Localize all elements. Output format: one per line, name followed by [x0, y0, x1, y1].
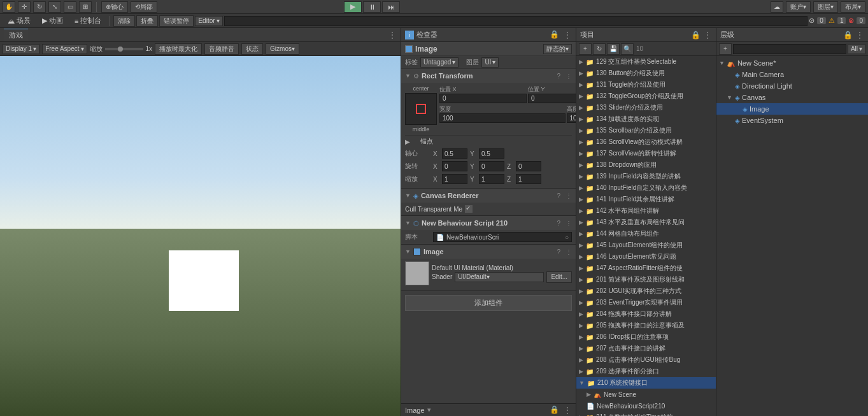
move-tool-btn[interactable]: ✛ [18, 1, 31, 13]
pivot-x-input[interactable] [442, 148, 467, 159]
project-list-item[interactable]: ▶📁141 InputField其余属性讲解 [576, 194, 716, 205]
pivot-btn[interactable]: ⊕ 轴心 [101, 1, 128, 13]
pause-button[interactable]: ⏸ [363, 1, 381, 13]
game-panel-menu[interactable]: ⋮ [388, 30, 397, 40]
hierarchy-add-btn[interactable]: + [719, 43, 732, 55]
image-more-icon[interactable]: ⋮ [566, 248, 572, 255]
edit-shader-btn[interactable]: Edit... [546, 271, 572, 283]
script-field[interactable]: 📄 NewBehaviourScri ○ [433, 232, 572, 242]
tag-dropdown[interactable]: Untagged ▾ [420, 57, 459, 68]
project-save-btn[interactable]: 💾 [607, 43, 620, 55]
anim-tab[interactable]: ▶ 动画 [37, 15, 68, 27]
project-list-item[interactable]: ▶📁131 Toggle的介绍及使用 [576, 79, 716, 90]
hierarchy-list-item[interactable]: ▼◈Canvas [716, 92, 868, 103]
project-list-item[interactable]: ▶📁207 点击事件接口的讲解 [576, 343, 716, 354]
project-list-item[interactable]: ▶📁146 LayoutElement常见问题 [576, 251, 716, 262]
project-list-item[interactable]: ▶📁130 Button的介绍及使用 [576, 68, 716, 79]
cloud-btn[interactable]: ☁ [771, 1, 783, 13]
hierarchy-search[interactable] [733, 44, 846, 54]
bottom-lock-icon[interactable]: 🔒 [550, 405, 559, 415]
project-list-item[interactable]: ▶📁137 ScrollView的新特性讲解 [576, 148, 716, 159]
layer-dropdown[interactable]: UI ▾ [481, 57, 499, 68]
project-list-item[interactable]: ▶📁205 拖拽事件接口的注意事项及 [576, 320, 716, 331]
scale-y-input[interactable] [479, 174, 504, 184]
image-help-icon[interactable]: ? [557, 248, 560, 255]
project-list-item[interactable]: ▶📁140 InputField自定义输入内容类 [576, 182, 716, 194]
project-list-item[interactable]: ▶⛺New Scene [576, 389, 716, 400]
pivot-y-input[interactable] [479, 148, 504, 159]
image-enabled-checkbox[interactable] [405, 45, 413, 53]
height-input[interactable] [567, 113, 576, 123]
gizmos-btn[interactable]: Gizmos ▾ [266, 43, 299, 55]
hierarchy-list-item[interactable]: ◈EventSystem [716, 115, 868, 126]
rect-transform-header[interactable]: ▼ ⚙ Rect Transform ? ⋮ [401, 69, 576, 83]
project-list-item[interactable]: ▶📁134 加载进度条的实现 [576, 113, 716, 125]
collapse-btn[interactable]: 折叠 [136, 15, 158, 27]
project-list-item[interactable]: ▶📁201 简述事件系统及图形射线和 [576, 274, 716, 285]
project-list-item[interactable]: ▶📁139 InputField内容类型的讲解 [576, 171, 716, 182]
scale-tool-btn[interactable]: ⤡ [48, 1, 61, 13]
project-list-item[interactable]: ▶📁142 水平布局组件讲解 [576, 205, 716, 217]
project-list-item[interactable]: 📄NewBehaviourScript210 [576, 400, 716, 412]
canvas-renderer-header[interactable]: ▼ ◈ Canvas Renderer ? ⋮ [401, 189, 576, 203]
cull-checkbox[interactable] [465, 205, 473, 213]
clear-btn[interactable]: 清除 [113, 15, 135, 27]
project-list-item[interactable]: ▶📁136 ScrollView的运动模式讲解 [576, 136, 716, 148]
step-button[interactable]: ⏭ [382, 1, 400, 13]
layers-btn[interactable]: 图层 ▾ [813, 1, 838, 13]
project-list-item[interactable]: ▶📁211 参数中的clickTime的坑 [576, 412, 716, 416]
hand-tool-btn[interactable]: ✋ [3, 1, 15, 13]
inspector-more-icon[interactable]: ⋮ [563, 30, 572, 40]
project-lock-icon[interactable]: 🔒 [691, 31, 701, 39]
project-list-item[interactable]: ▶📁144 网格自动布局组件 [576, 228, 716, 240]
hierarchy-list-item[interactable]: ◈Image [716, 103, 868, 115]
project-more-icon[interactable]: ⋮ [703, 30, 712, 40]
project-list-item[interactable]: ▶📁202 UGUI实现事件的三种方式 [576, 285, 716, 297]
scale-z-input[interactable] [516, 174, 541, 184]
script-help-icon[interactable]: ? [557, 220, 560, 227]
scale-x-input[interactable] [442, 174, 467, 184]
project-list-item[interactable]: ▶📁129 交互组件基类Selectable [576, 56, 716, 68]
transform-tool-btn[interactable]: ⊞ [79, 1, 92, 13]
layout-btn[interactable]: 布局 ▾ [841, 1, 865, 13]
aspect-ratio-dropdown[interactable]: Free Aspect ▾ [42, 44, 87, 54]
image-comp-checkbox[interactable] [413, 248, 421, 255]
project-list-item[interactable]: ▶📁204 拖拽事件接口部分讲解 [576, 308, 716, 320]
hierarchy-list-item[interactable]: ◈Main Camera [716, 69, 868, 80]
project-list-item[interactable]: ▶📁203 EventTrigger实现事件调用 [576, 297, 716, 308]
maximize-btn[interactable]: 播放时最大化 [155, 43, 202, 55]
static-dropdown[interactable]: 静态的 ▾ [543, 44, 572, 54]
local-btn[interactable]: ⟲ 局部 [131, 1, 157, 13]
zoom-slider[interactable] [105, 48, 143, 50]
project-list-item[interactable]: ▶📁135 Scrollbar的介绍及使用 [576, 125, 716, 136]
pos-y-input[interactable] [528, 94, 576, 103]
rotate-y-input[interactable] [479, 161, 504, 171]
editor-dropdown[interactable]: Editor ▾ [195, 16, 222, 26]
hierarchy-list-item[interactable]: ◈Directional Light [716, 80, 868, 92]
rect-help-icon[interactable]: ? [557, 73, 560, 80]
script-more-icon[interactable]: ⋮ [566, 220, 572, 227]
project-list-item[interactable]: ▶📁143 水平及垂直布局组件常见问 [576, 217, 716, 228]
project-add-btn[interactable]: + [579, 43, 592, 55]
project-search-btn[interactable]: 🔍 [621, 43, 634, 55]
width-input[interactable] [439, 113, 566, 123]
script-header[interactable]: ▼ ⬡ New Behaviour Script 210 ? ⋮ [401, 216, 576, 230]
project-list-item[interactable]: ▶📁145 LayoutElement组件的使用 [576, 240, 716, 251]
stats-btn[interactable]: 状态 [241, 43, 263, 55]
inspector-lock-icon[interactable]: 🔒 [550, 30, 559, 40]
anchor-widget[interactable] [405, 93, 437, 125]
canvas-more-icon[interactable]: ⋮ [566, 192, 572, 199]
account-btn[interactable]: 账户 ▾ [786, 1, 811, 13]
pause-on-error-btn[interactable]: 错误暂停 [159, 15, 194, 27]
console-tab[interactable]: ≡ 控制台 [69, 15, 106, 27]
scene-tab[interactable]: ⛰ 场景 [3, 15, 36, 27]
shader-dropdown[interactable]: UI/Default ▾ [455, 272, 544, 282]
image-header[interactable]: ▼ Image ? ⋮ [401, 245, 576, 259]
play-button[interactable]: ▶ [344, 1, 362, 13]
project-list-item[interactable]: ▶📁147 AspectRatioFitter组件的使 [576, 262, 716, 274]
project-refresh-btn[interactable]: ↻ [593, 43, 606, 55]
hierarchy-lock-icon[interactable]: 🔒 [843, 31, 853, 39]
rotate-tool-btn[interactable]: ↻ [33, 1, 46, 13]
rect-tool-btn[interactable]: ▭ [64, 1, 76, 13]
console-search[interactable] [224, 16, 808, 26]
